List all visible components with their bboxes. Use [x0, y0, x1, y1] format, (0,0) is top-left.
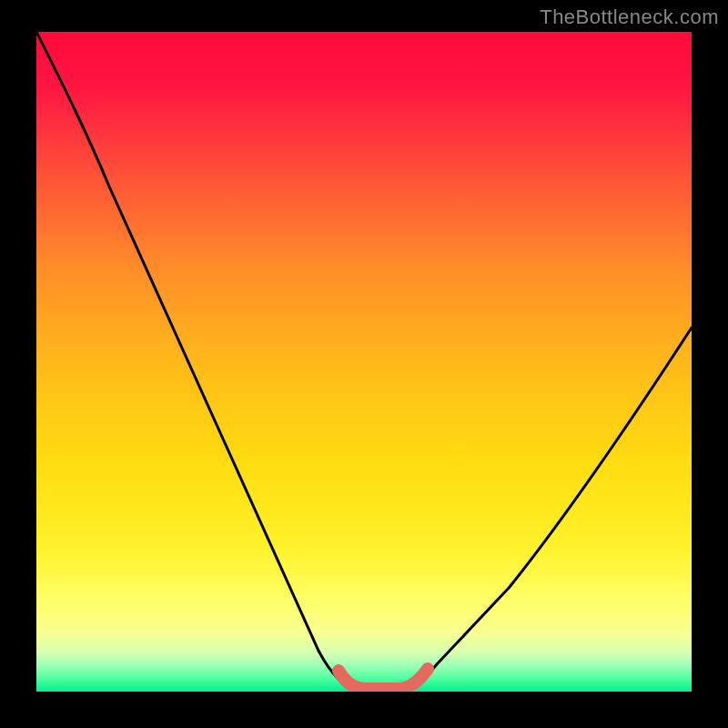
plot-area	[36, 32, 692, 692]
trough-marker	[339, 669, 428, 689]
chart-curve-layer	[36, 32, 692, 692]
chart-container: TheBottleneck.com	[0, 0, 728, 728]
watermark-text: TheBottleneck.com	[540, 5, 719, 29]
bottleneck-curve	[36, 32, 692, 689]
